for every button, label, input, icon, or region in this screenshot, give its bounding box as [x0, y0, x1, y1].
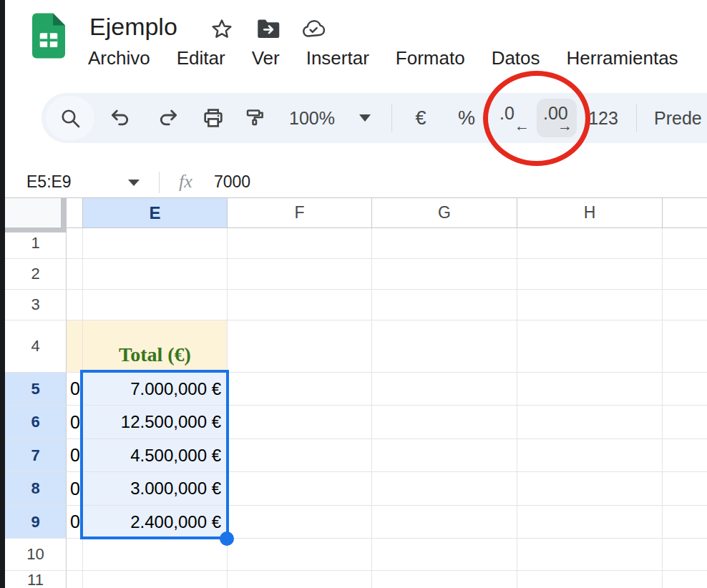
cell-f8[interactable]: [228, 472, 372, 506]
cell-i1[interactable]: [663, 228, 707, 259]
cell-h2[interactable]: [517, 259, 663, 290]
sheets-logo-icon[interactable]: [32, 13, 65, 59]
cell-e10[interactable]: [83, 539, 228, 571]
cell-f1[interactable]: [228, 228, 372, 259]
name-box[interactable]: E5:E9: [26, 166, 72, 197]
number-format-button[interactable]: 123: [584, 93, 623, 143]
cell-e2[interactable]: [83, 259, 228, 290]
menu-herramientas[interactable]: Herramientas: [567, 47, 678, 69]
column-header-f[interactable]: F: [228, 198, 372, 228]
cell-i10[interactable]: [663, 539, 707, 571]
column-header-g[interactable]: G: [372, 198, 517, 228]
row-header-9[interactable]: 9: [5, 506, 67, 539]
menu-insertar[interactable]: Insertar: [306, 47, 369, 69]
cell-e7[interactable]: 4.500,000 €: [83, 439, 228, 472]
menu-archivo[interactable]: Archivo: [88, 47, 150, 69]
redo-icon[interactable]: [152, 93, 184, 143]
cell-d2[interactable]: [67, 259, 83, 290]
cell-d4[interactable]: [67, 320, 83, 373]
cell-d10[interactable]: [67, 539, 83, 571]
cell-i3[interactable]: [663, 290, 707, 320]
cell-e8[interactable]: 3.000,000 €: [83, 472, 228, 506]
cell-e3[interactable]: [83, 290, 228, 320]
cell-i6[interactable]: [663, 406, 707, 439]
cell-e4-total-header[interactable]: Total (€): [83, 320, 228, 373]
cell-h10[interactable]: [517, 539, 663, 571]
star-icon[interactable]: [208, 16, 235, 43]
row-header-3[interactable]: 3: [5, 290, 67, 320]
row-header-8[interactable]: 8: [5, 472, 67, 506]
cell-d6[interactable]: 0: [67, 406, 83, 439]
cell-e1[interactable]: [83, 228, 228, 259]
cell-d7[interactable]: 0: [67, 439, 83, 472]
row-header-1[interactable]: 1: [5, 228, 67, 259]
cell-i11[interactable]: [663, 571, 707, 588]
cell-e9[interactable]: 2.400,000 €: [83, 506, 228, 539]
cell-e11[interactable]: [83, 571, 228, 588]
cell-h7[interactable]: [517, 439, 663, 472]
document-title[interactable]: Ejemplo: [89, 13, 177, 41]
increase-decimal-button[interactable]: .00 →: [537, 99, 577, 137]
cell-f4[interactable]: [228, 320, 372, 373]
row-header-6[interactable]: 6: [5, 406, 67, 439]
cell-g11[interactable]: [372, 571, 517, 588]
cell-f2[interactable]: [228, 259, 372, 290]
menu-formato[interactable]: Formato: [396, 47, 465, 69]
search-icon[interactable]: [54, 93, 86, 143]
cell-d8[interactable]: 0: [67, 472, 83, 506]
cell-f10[interactable]: [228, 539, 372, 571]
column-header-i-partial[interactable]: [663, 198, 707, 228]
row-header-10[interactable]: 10: [5, 539, 67, 571]
cell-i2[interactable]: [663, 259, 707, 290]
cell-i7[interactable]: [663, 439, 707, 472]
cell-f7[interactable]: [228, 439, 372, 472]
row-header-5[interactable]: 5: [5, 373, 67, 406]
cell-h4[interactable]: [517, 320, 663, 373]
row-header-2[interactable]: 2: [5, 259, 67, 290]
row-header-7[interactable]: 7: [5, 439, 67, 472]
cell-i5[interactable]: [663, 373, 707, 406]
column-header-e[interactable]: E: [83, 198, 228, 228]
font-select[interactable]: Prede: [654, 93, 707, 143]
cell-d11[interactable]: [67, 571, 83, 588]
zoom-caret-icon[interactable]: [356, 93, 374, 143]
cell-d5[interactable]: 0: [67, 373, 83, 406]
cell-d3[interactable]: [67, 290, 83, 320]
column-header-d-partial[interactable]: [67, 198, 83, 228]
menu-editar[interactable]: Editar: [177, 47, 225, 69]
fill-handle[interactable]: [220, 531, 234, 546]
row-header-4[interactable]: 4: [5, 320, 67, 373]
cell-g3[interactable]: [372, 290, 517, 320]
cloud-saved-icon[interactable]: [301, 16, 328, 43]
cell-i9[interactable]: [663, 506, 707, 539]
cell-h8[interactable]: [517, 472, 663, 506]
cell-f3[interactable]: [228, 290, 372, 320]
print-icon[interactable]: [198, 93, 229, 143]
format-currency-button[interactable]: €: [406, 93, 435, 143]
menu-ver[interactable]: Ver: [252, 47, 280, 69]
cell-h11[interactable]: [517, 571, 663, 588]
cell-g9[interactable]: [372, 506, 517, 539]
cell-h6[interactable]: [517, 406, 663, 439]
select-all-corner[interactable]: [5, 198, 67, 228]
cell-g7[interactable]: [372, 439, 517, 472]
cell-g8[interactable]: [372, 472, 517, 506]
cell-f6[interactable]: [228, 406, 372, 439]
column-header-h[interactable]: H: [517, 198, 663, 228]
cell-h9[interactable]: [517, 506, 663, 539]
cell-h3[interactable]: [517, 290, 663, 320]
cell-g1[interactable]: [372, 228, 517, 259]
cell-g10[interactable]: [372, 539, 517, 571]
cell-e5[interactable]: 7.000,000 €: [83, 373, 228, 406]
cell-i4[interactable]: [663, 320, 707, 373]
cell-h1[interactable]: [517, 228, 663, 259]
cell-f9[interactable]: [228, 506, 372, 539]
cell-g5[interactable]: [372, 373, 517, 406]
format-percent-button[interactable]: %: [451, 93, 482, 143]
undo-icon[interactable]: [104, 93, 136, 143]
cell-g2[interactable]: [372, 259, 517, 290]
cell-g6[interactable]: [372, 406, 517, 439]
cell-g4[interactable]: [372, 320, 517, 373]
cell-h5[interactable]: [517, 373, 663, 406]
row-header-11[interactable]: 11: [5, 571, 67, 588]
